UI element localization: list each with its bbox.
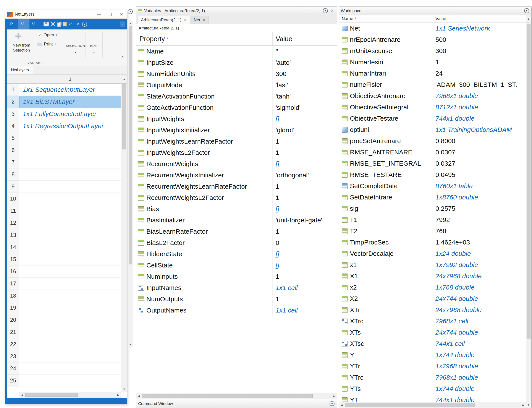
panel-actions-button[interactable]: ▾: [128, 9, 133, 14]
vertical-scrollbar[interactable]: ▼: [526, 23, 531, 408]
variable-value-cell[interactable]: 1x7968 double: [433, 361, 526, 372]
property-value-cell[interactable]: 'last': [272, 79, 337, 91]
workspace-row[interactable]: YTrc 7968x1 double: [339, 372, 526, 383]
scrollbar-thumb[interactable]: [122, 85, 126, 149]
workspace-row[interactable]: x2 1x768 double: [339, 282, 526, 293]
grid-cell[interactable]: 1x1 FullyConnectedLayer: [19, 108, 121, 120]
grid-cell[interactable]: [19, 229, 121, 241]
property-row[interactable]: RecurrentWeightsL2Factor 1: [136, 192, 337, 203]
grid-cell[interactable]: [19, 326, 121, 338]
row-header[interactable]: 14: [7, 241, 19, 253]
toolstrip-tab[interactable]: P...: [8, 19, 18, 29]
workspace-row[interactable]: ObiectiveAntrenare 7968x1 double: [339, 90, 526, 102]
tab-close-icon[interactable]: ✕: [184, 18, 186, 22]
variable-value-cell[interactable]: 7992: [433, 214, 526, 225]
property-value-cell[interactable]: 300: [272, 68, 337, 79]
row-header[interactable]: 21: [7, 326, 19, 338]
variable-value-cell[interactable]: 1x8760 double: [433, 192, 526, 203]
row-header[interactable]: 3: [7, 108, 19, 120]
variable-value-cell[interactable]: 24x744 double: [433, 327, 526, 338]
grid-cell[interactable]: [19, 375, 121, 387]
scroll-up-button[interactable]: ▲: [128, 21, 133, 26]
scrollbar-track[interactable]: [345, 402, 520, 408]
grid-cell[interactable]: [19, 181, 121, 193]
workspace-row[interactable]: optiuni 1x1 TrainingOptionsADAM: [339, 124, 526, 135]
grid-cell[interactable]: [19, 144, 121, 156]
document-tab[interactable]: NetLayers: [7, 66, 33, 74]
workspace-row[interactable]: NumarIntrari 24: [339, 68, 526, 79]
row-header[interactable]: 19: [7, 302, 19, 314]
variable-value-cell[interactable]: 8760x1 table: [433, 180, 526, 192]
property-value-cell[interactable]: 1x1 cell: [272, 282, 337, 293]
property-row[interactable]: NumInputs 1: [136, 271, 337, 282]
row-header[interactable]: 12: [7, 217, 19, 229]
property-row[interactable]: OutputMode 'last': [136, 79, 337, 91]
grid-cell[interactable]: [19, 193, 121, 205]
variable-value-cell[interactable]: 744x1 double: [433, 394, 526, 402]
property-value-cell[interactable]: 1: [272, 226, 337, 237]
property-column-header[interactable]: Property ▴: [136, 32, 272, 45]
variable-value-cell[interactable]: 0.0307: [433, 147, 526, 158]
scroll-down-button[interactable]: ▼: [526, 402, 531, 408]
variable-value-cell[interactable]: 0.8000: [433, 135, 526, 147]
property-row[interactable]: BiasInitializer 'unit-forget-gate': [136, 215, 337, 226]
property-row[interactable]: BiasL2Factor 0: [136, 237, 337, 248]
workspace-row[interactable]: XTs 24x744 double: [339, 327, 526, 338]
workspace-row[interactable]: T2 768: [339, 225, 526, 237]
value-column-header[interactable]: Value: [272, 32, 337, 45]
row-header[interactable]: 22: [7, 338, 19, 350]
variable-value-cell[interactable]: 1x7992 double: [433, 259, 526, 271]
scroll-up-button[interactable]: ▲: [526, 15, 531, 23]
property-value-cell[interactable]: 1: [272, 147, 337, 158]
property-value-cell[interactable]: 'sigmoid': [272, 102, 337, 113]
property-value-cell[interactable]: 1: [272, 271, 337, 282]
panel-actions-button[interactable]: ▾: [329, 401, 335, 406]
property-row[interactable]: HiddenState []: [136, 248, 337, 260]
grid-cell[interactable]: [19, 253, 121, 265]
property-row[interactable]: InputWeights []: [136, 113, 337, 125]
scroll-down-button[interactable]: ▼: [128, 342, 133, 347]
variable-value-cell[interactable]: 1x24 double: [433, 248, 526, 259]
row-header[interactable]: 23: [7, 350, 19, 363]
row-header[interactable]: 1: [7, 84, 19, 96]
scroll-left-button[interactable]: ◀: [19, 392, 25, 398]
scroll-right-button[interactable]: ▶: [115, 392, 121, 398]
scroll-down-button[interactable]: ▼: [121, 386, 127, 392]
grid-cell[interactable]: [19, 156, 121, 169]
variable-value-cell[interactable]: 24x744 double: [433, 293, 526, 304]
row-header[interactable]: 11: [7, 205, 19, 217]
workspace-row[interactable]: TimpProcSec 1.4624e+03: [339, 237, 526, 248]
variable-value-cell[interactable]: 300: [433, 45, 526, 57]
property-value-cell[interactable]: 1: [272, 293, 337, 305]
help-actions-button[interactable]: ▾: [82, 22, 87, 27]
variable-value-cell[interactable]: 'ADAM_300_BILSTM_1_ST.: [433, 79, 526, 90]
grid-cell[interactable]: [19, 132, 121, 144]
variable-value-cell[interactable]: 744x1 cell: [433, 338, 526, 349]
horizontal-scrollbar[interactable]: ◀ ▶: [136, 393, 337, 399]
row-header[interactable]: 9: [7, 181, 19, 193]
property-row[interactable]: InputSize 'auto': [136, 57, 337, 68]
property-value-cell[interactable]: []: [272, 113, 337, 125]
grid-cell[interactable]: [19, 338, 121, 350]
variable-value-cell[interactable]: 1x744 double: [433, 349, 526, 361]
panel-actions-button[interactable]: ▾: [524, 8, 529, 13]
property-row[interactable]: OutputNames 1x1 cell: [136, 305, 337, 316]
variable-value-cell[interactable]: 768: [433, 225, 526, 237]
workspace-row[interactable]: sig 0.2575: [339, 203, 526, 214]
open-button[interactable]: Open ▾: [37, 33, 57, 37]
copy-icon[interactable]: [57, 23, 61, 27]
property-row[interactable]: CellState []: [136, 260, 337, 271]
cut-icon[interactable]: [51, 22, 55, 26]
grid-cell[interactable]: [19, 302, 121, 314]
property-row[interactable]: InputWeightsInitializer 'glorot': [136, 125, 337, 136]
workspace-row[interactable]: YTs 1x744 double: [339, 383, 526, 394]
toolstrip-tab[interactable]: V...: [18, 19, 29, 29]
variable-value-cell[interactable]: 7968x1 cell: [433, 315, 526, 327]
property-value-cell[interactable]: []: [272, 260, 337, 271]
workspace-row[interactable]: SetCompletDate 8760x1 table: [339, 180, 526, 192]
workspace-row[interactable]: X2 24x744 double: [339, 293, 526, 304]
name-column-header[interactable]: Name ▴: [339, 15, 433, 23]
variable-value-cell[interactable]: 744x1 double: [433, 113, 526, 124]
horizontal-scrollbar[interactable]: ◀ ▶: [339, 402, 526, 408]
edit-dropdown-button[interactable]: ▼: [91, 50, 97, 55]
